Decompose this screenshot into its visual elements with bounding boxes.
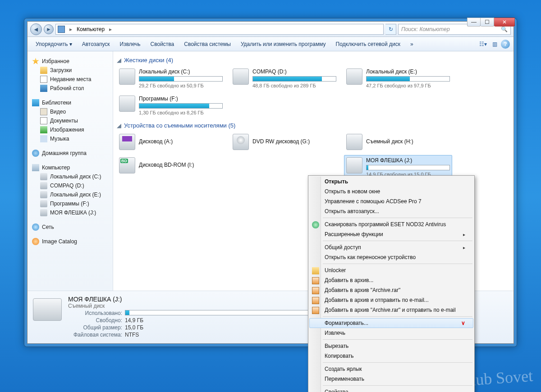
homegroup-icon: [32, 150, 39, 157]
catalog-icon: [32, 238, 39, 245]
video-icon: [40, 108, 47, 115]
winrar-icon: [312, 307, 319, 314]
autoplay-button[interactable]: Автозапуск: [78, 39, 115, 50]
ctx-properties[interactable]: Свойства: [309, 387, 473, 392]
music-icon: [40, 135, 47, 142]
usage-bar: [252, 76, 336, 82]
sidebar-libraries[interactable]: Библиотеки: [32, 98, 111, 107]
ctx-copy[interactable]: Копировать: [309, 351, 473, 361]
drive-h[interactable]: Съемный диск (H:): [344, 132, 452, 152]
ctx-format[interactable]: Форматировать...∨: [309, 318, 473, 328]
help-button[interactable]: ?: [501, 40, 510, 49]
sidebar-drive-f[interactable]: Программы (F:): [32, 199, 111, 208]
preview-pane-button[interactable]: ▥: [489, 39, 500, 50]
ctx-rename[interactable]: Переименовать: [309, 374, 473, 384]
back-button[interactable]: ◄: [30, 23, 42, 35]
computer-icon: [32, 164, 39, 171]
sidebar-favorites[interactable]: Избранное: [32, 57, 111, 66]
libraries-icon: [32, 99, 39, 106]
sidebar-downloads[interactable]: Загрузки: [32, 66, 111, 75]
uninstall-button[interactable]: Удалить или изменить программу: [236, 39, 330, 50]
drive-d[interactable]: COMPAQ (D:) 48,8 ГБ свободно из 289 ГБ: [230, 66, 339, 91]
bdrom-icon: [119, 157, 135, 173]
usage-bar: [139, 103, 223, 109]
sidebar-desktop[interactable]: Рабочий стол: [32, 84, 111, 93]
navigation-pane: Избранное Загрузки Недавние места Рабочи…: [28, 51, 113, 291]
drive-f[interactable]: Программы (F:) 1,30 ГБ свободно из 8,26 …: [117, 93, 225, 118]
removable-icon: [33, 298, 62, 321]
sidebar-recent[interactable]: Недавние места: [32, 75, 111, 84]
collapse-icon: ◢: [117, 57, 121, 64]
ctx-acdsee[interactable]: Управление с помощью ACDSee Pro 7: [309, 196, 473, 206]
unlocker-icon: [312, 267, 319, 274]
hdd-icon: [40, 182, 47, 189]
ctx-rar-email[interactable]: Добавить в архив и отправить по e-mail..…: [309, 295, 473, 305]
floppy-icon: [119, 134, 135, 150]
eject-button[interactable]: Извлечь: [115, 39, 145, 50]
hdd-icon: [40, 200, 47, 207]
system-properties-button[interactable]: Свойства системы: [179, 39, 235, 50]
address-bar[interactable]: ▸ Компьютер ▸: [55, 24, 384, 35]
overflow-button[interactable]: »: [406, 39, 418, 50]
separator: [323, 241, 472, 241]
command-bar: Упорядочить ▾ Автозапуск Извлечь Свойств…: [28, 37, 513, 51]
details-type: Съемный диск: [68, 303, 319, 309]
minimize-button[interactable]: —: [467, 18, 481, 27]
drive-c[interactable]: Локальный диск (C:) 29,2 ГБ свободно из …: [117, 66, 225, 91]
ctx-eset-scan[interactable]: Сканировать программой ESET NOD32 Antivi…: [309, 219, 473, 229]
ctx-rar-add[interactable]: Добавить в архив...: [309, 275, 473, 285]
ctx-open[interactable]: Открыть: [309, 177, 473, 187]
sidebar-drive-c[interactable]: Локальный диск (C:): [32, 172, 111, 181]
map-drive-button[interactable]: Подключить сетевой диск: [331, 39, 405, 50]
section-hard-drives[interactable]: ◢Жесткие диски (4): [117, 57, 510, 64]
window-controls: — ☐ ✕: [467, 18, 515, 27]
details-title: МОЯ ФЛЕШКА (J:): [68, 296, 319, 303]
sidebar-documents[interactable]: Документы: [32, 116, 111, 125]
ctx-rar-add-named[interactable]: Добавить в архив "Archive.rar": [309, 285, 473, 295]
sidebar-image-catalog[interactable]: Image Catalog: [32, 237, 111, 246]
ctx-cut[interactable]: Вырезать: [309, 341, 473, 351]
usage-bar: [125, 310, 319, 315]
view-options-button[interactable]: ☷▾: [477, 39, 488, 50]
separator: [323, 316, 472, 317]
sidebar-drive-d[interactable]: COMPAQ (D:): [32, 181, 111, 190]
sidebar-drive-j[interactable]: МОЯ ФЛЕШКА (J:): [32, 208, 111, 217]
ctx-advanced[interactable]: Расширенные функции: [309, 229, 473, 239]
properties-button[interactable]: Свойства: [146, 39, 179, 50]
winrar-icon: [312, 287, 319, 294]
ctx-eject[interactable]: Извлечь: [309, 328, 473, 338]
sidebar-drive-e[interactable]: Локальный диск (E:): [32, 190, 111, 199]
separator: [323, 362, 472, 363]
refresh-button[interactable]: ↻: [385, 24, 396, 35]
close-button[interactable]: ✕: [494, 18, 515, 27]
forward-button[interactable]: ►: [44, 24, 54, 34]
ctx-open-new-window[interactable]: Открыть в новом окне: [309, 187, 473, 196]
drive-e[interactable]: Локальный диск (E:) 47,2 ГБ свободно из …: [344, 66, 452, 91]
drive-g[interactable]: DVD RW дисковод (G:): [230, 132, 339, 152]
organize-button[interactable]: Упорядочить ▾: [31, 39, 77, 50]
ctx-unlocker[interactable]: Unlocker: [309, 265, 473, 275]
drive-a[interactable]: Дисковод (A:): [117, 132, 225, 152]
dvd-icon: [233, 134, 249, 150]
sidebar-pictures[interactable]: Изображения: [32, 125, 111, 134]
ctx-portable[interactable]: Открыть как переносное устройство: [309, 252, 473, 262]
ctx-rar-email-named[interactable]: Добавить в архив "Archive.rar" и отправи…: [309, 305, 473, 315]
recent-icon: [40, 76, 47, 83]
sidebar-music[interactable]: Музыка: [32, 134, 111, 143]
sidebar-computer[interactable]: Компьютер: [32, 163, 111, 172]
desktop-icon: [40, 85, 47, 92]
ctx-create-shortcut[interactable]: Создать ярлык: [309, 364, 473, 374]
ctx-share[interactable]: Общий доступ: [309, 242, 473, 252]
documents-icon: [40, 117, 47, 124]
ctx-open-autoplay[interactable]: Открыть автозапуск...: [309, 206, 473, 216]
collapse-icon: ◢: [117, 122, 121, 129]
sidebar-homegroup[interactable]: Домашняя группа: [32, 149, 111, 158]
sidebar-video[interactable]: Видео: [32, 107, 111, 116]
winrar-icon: [312, 297, 319, 304]
section-removable[interactable]: ◢Устройства со съемными носителями (5): [117, 122, 510, 129]
search-placeholder: Поиск: Компьютер: [401, 26, 450, 32]
chevron-right-icon: ▸: [107, 26, 114, 32]
maximize-button[interactable]: ☐: [481, 18, 494, 27]
drive-i[interactable]: Дисковод BD-ROM (I:): [117, 155, 225, 179]
sidebar-network[interactable]: Сеть: [32, 223, 111, 232]
